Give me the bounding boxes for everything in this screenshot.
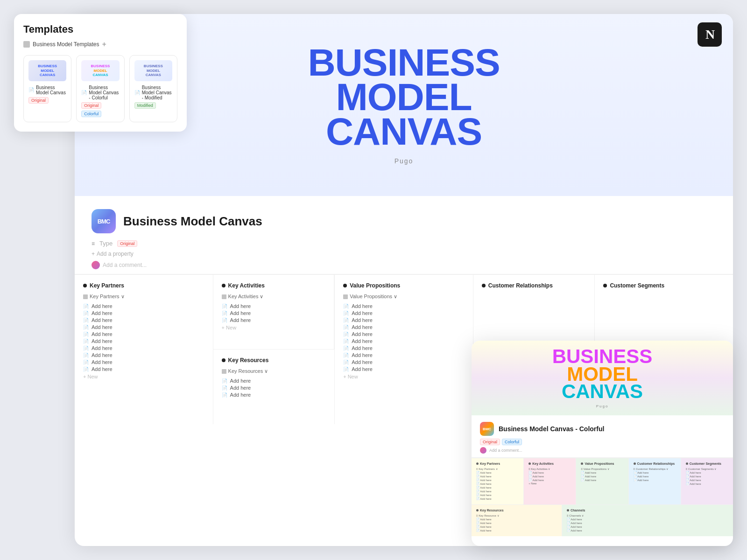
tag-original-2: Original [81,102,101,109]
colorful-card: BUSINESS MODEL CANVAS Pugo BMC Business … [472,341,733,546]
list-item: 📄Add here [222,385,326,391]
tab-label: Business Model Templates [33,41,99,48]
colorful-dot [686,462,688,465]
list-item: 📄Add here [222,378,326,384]
list-item: 📄 Add here [476,521,557,525]
list-item: ≡ Key Resource ∨ [476,514,557,517]
colorful-dot [567,509,569,511]
card-tags-modified: Modified [134,102,172,109]
list-item: 📄 Add here [476,490,519,493]
add-tab-button[interactable]: + [102,40,106,49]
list-item: 📄 Add here [476,471,519,474]
list-item: 📄 Add here [634,471,676,474]
bmc-icon: BMC [92,209,116,233]
list-item: 📄Add here [343,317,465,323]
colorful-cell-partners: Key Partners ≡ Key Partners ∨ 📄 Add here… [472,458,524,504]
type-icon: ≡ [92,240,95,247]
list-item: 📄Add here [83,352,204,358]
templates-title: Templates [23,23,177,35]
list-item: 📄Add here [343,324,465,330]
colorful-dot [476,462,479,465]
list-item: 📄 Add here [476,497,519,500]
list-item: 📄 Add here [529,478,571,482]
list-item: 📄Add here [343,345,465,351]
colorful-dot [476,509,479,511]
db-icon [222,294,226,299]
colorful-dot [529,462,531,465]
hero-subtitle: Pugo [395,157,414,165]
list-item: 📄Add here [343,331,465,337]
colorful-dot [634,462,636,465]
colorful-cell-activities: Key Activities ≡ Key Activities ∨ 📄 Add … [524,458,576,504]
new-item-button[interactable]: + New [222,325,326,330]
user-avatar [92,261,100,269]
colorful-tags: Original Colorful [480,439,725,445]
colorful-header-row: BMC Business Model Canvas - Colorful [480,422,725,436]
colorful-canvas-row-1: Key Partners ≡ Key Partners ∨ 📄 Add here… [472,458,733,504]
list-item: ≡ Value Propositions ∨ [581,467,623,470]
template-card-modified[interactable]: BUSINESSMODELCANVAS 📄 Business Model Can… [129,55,177,122]
card-tags-original: Original [28,97,66,104]
new-item-button[interactable]: + New [343,374,465,379]
colorful-cell-value-props: Value Propositions ≡ Value Propositions … [576,458,628,504]
doc-icon: 📄 [28,87,34,92]
list-item: 📄Add here [343,303,465,309]
list-item: 📄Add here [222,392,326,398]
colorful-cell-header: Channels [567,509,728,512]
list-item: 📄 Add here [476,525,557,528]
template-card-original[interactable]: BUSINESSMODELCANVAS 📄 Business Model Can… [23,55,71,122]
list-item: + New [529,482,571,485]
list-item: 📄Add here [83,366,204,372]
colorful-cell-customer-seg: Customer Segments ≡ Customer Segments ∨ … [681,458,733,504]
list-item: 📄Add here [343,310,465,316]
type-label: Type [99,240,113,247]
colorful-hero-title: BUSINESS MODEL CANVAS [552,348,653,400]
list-item: ≡ Key Activities ∨ [529,467,571,470]
canvas-cell-key-partners: Key Partners Key Partners ∨ 📄Add here 📄A… [75,275,213,424]
new-item-button[interactable]: + New [83,374,204,379]
detail-meta: ≡ Type Original [92,240,716,247]
detail-section: BMC Business Model Canvas ≡ Type Origina… [75,196,733,274]
add-property-button[interactable]: + Add a property [92,251,716,257]
list-item: 📄Add here [343,366,465,372]
banner-title-colorful: BUSINESS MODEL CANVAS [84,64,116,77]
db-icon [83,294,88,299]
list-item: 📄 Add here [581,471,623,474]
templates-panel: Templates Business Model Templates + BUS… [14,14,187,132]
cell-header-customer-seg: Customer Segments [603,282,725,289]
list-item: ≡ Customer Relationships ∨ [634,467,676,470]
add-comment[interactable]: Add a comment... [92,261,716,269]
colorful-tag-original: Original [480,439,500,445]
canvas-cell-value-props: Value Propositions Value Propositions ∨ … [335,275,473,424]
tag-colorful: Colorful [81,111,101,117]
banner-title-original: BUSINESSMODELCANVAS [31,64,63,77]
list-item: 📄Add here [343,359,465,365]
cell-db-key-resources: Key Resources ∨ [222,368,326,374]
list-item: 📄Add here [83,317,204,323]
cell-dot [343,284,347,287]
list-item: 📄 Add here [686,482,728,485]
list-item: 📄Add here [83,338,204,344]
colorful-detail: BMC Business Model Canvas - Colorful Ori… [472,415,733,458]
cell-db-key-activities: Key Activities ∨ [222,294,326,300]
templates-tab-bar: Business Model Templates + [23,40,177,49]
colorful-cell-header: Key Partners [476,462,519,465]
cell-dot [222,284,226,287]
list-item: 📄 Add here [476,493,519,497]
list-item: 📄 Add here [567,521,728,525]
cell-header-customer-rel: Customer Relationships [482,282,586,289]
doc-icon: 📄 [81,90,87,95]
template-card-colorful[interactable]: BUSINESS MODEL CANVAS 📄 Business Model C… [76,55,124,122]
colorful-meta: Add a comment... [480,447,725,454]
list-item: 📄 Add here [686,471,728,474]
detail-header: BMC Business Model Canvas [92,209,716,233]
user-avatar-small [480,447,486,454]
list-item: 📄 Add here [529,475,571,478]
list-item: 📄 Add here [476,478,519,482]
list-item: 📄Add here [83,303,204,309]
list-item: 📄 Add here [567,525,728,528]
list-item: 📄Add here [83,324,204,330]
banner-colorful: BUSINESS MODEL CANVAS [81,60,119,81]
type-value-tag: Original [117,240,137,247]
colorful-cell-header: Value Propositions [581,462,623,465]
